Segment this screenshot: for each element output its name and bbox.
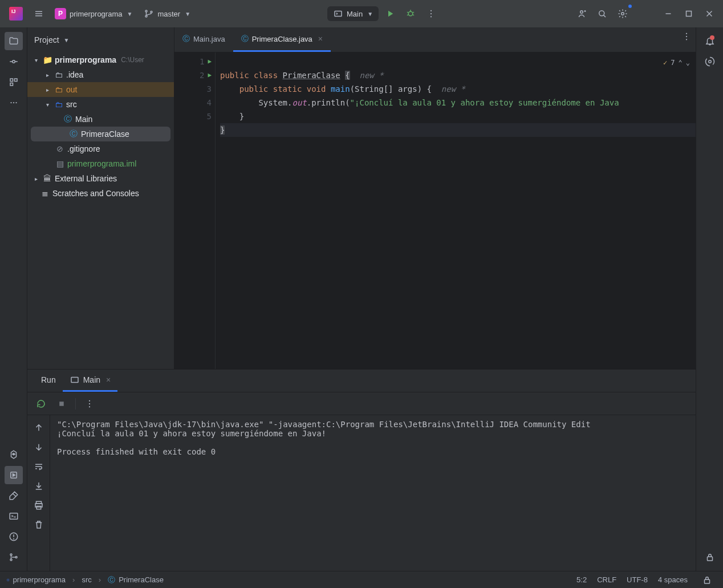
file-encoding[interactable]: UTF-8 <box>627 575 648 584</box>
svg-point-13 <box>430 10 432 11</box>
rerun-button[interactable] <box>32 395 50 413</box>
vcs-tool-icon[interactable] <box>5 548 23 566</box>
run-panel: Run Main × <box>27 370 696 571</box>
gutter-run-icon[interactable]: ▶ <box>208 55 212 68</box>
soft-wrap-icon[interactable] <box>30 457 48 476</box>
more-tool-icon[interactable] <box>5 94 23 112</box>
svg-point-42 <box>10 554 12 555</box>
warning-check-icon: ✓ <box>663 56 667 70</box>
scroll-up-icon[interactable] <box>30 419 48 437</box>
services-tool-icon[interactable] <box>5 445 23 464</box>
chevron-down-icon: ▼ <box>185 11 190 17</box>
tree-file-gitignore[interactable]: ⊘ .gitignore <box>27 141 174 156</box>
svg-rect-31 <box>10 83 13 86</box>
svg-marker-36 <box>12 453 15 455</box>
structure-tool-icon[interactable] <box>5 73 23 91</box>
statusbar: ▫ primerprograma › src › Ⓒ PrimeraClase … <box>0 571 723 588</box>
close-tab-icon[interactable]: × <box>106 375 111 384</box>
git-branch-switcher[interactable]: master ▼ <box>139 6 195 21</box>
settings-icon[interactable] <box>614 5 632 23</box>
svg-point-44 <box>15 557 17 558</box>
close-icon[interactable] <box>700 5 718 23</box>
project-panel-title: Project <box>34 35 59 44</box>
svg-point-26 <box>12 60 15 63</box>
chevron-down-icon: ⌄ <box>686 56 690 70</box>
scroll-down-icon[interactable] <box>30 438 48 456</box>
tree-file-primera[interactable]: Ⓒ PrimeraClase <box>31 127 170 141</box>
chevron-down-icon: ▼ <box>127 11 132 17</box>
maximize-icon[interactable] <box>680 5 698 23</box>
build-tool-icon[interactable] <box>5 486 23 505</box>
tree-file-main[interactable]: Ⓒ Main <box>27 112 174 127</box>
tree-folder-out[interactable]: ▸🗀 out <box>27 82 174 97</box>
run-tabs: Run Main × <box>27 370 696 392</box>
svg-point-32 <box>10 102 11 103</box>
lock-icon[interactable] <box>701 548 719 566</box>
project-tool-icon[interactable] <box>5 32 23 50</box>
java-class-icon: Ⓒ <box>241 34 249 44</box>
svg-line-12 <box>413 15 414 16</box>
ai-assistant-icon[interactable] <box>701 52 719 71</box>
console-output[interactable]: "C:\Program Files\Java\jdk-17\bin\java.e… <box>50 415 696 571</box>
run-label: Run <box>34 370 63 392</box>
svg-point-3 <box>145 10 147 12</box>
tree-scratches[interactable]: ≣ Scratches and Consoles <box>27 186 174 201</box>
tab-primera-java[interactable]: Ⓒ PrimeraClase.java × <box>233 27 331 52</box>
project-panel: Project ▼ ▾ 📁 primerprograma C:\User ▸🗀 … <box>27 27 174 369</box>
svg-point-51 <box>89 403 90 404</box>
svg-point-5 <box>151 11 152 13</box>
commit-tool-icon[interactable] <box>5 52 23 71</box>
svg-line-20 <box>604 15 606 17</box>
line-separator[interactable]: CRLF <box>597 575 616 584</box>
editor-body[interactable]: 1 ▶ 2 ▶ 3 4 5 public class PrimeraClase … <box>174 52 696 369</box>
editor-tabs: Ⓒ Main.java Ⓒ PrimeraClase.java × <box>174 27 696 52</box>
svg-point-14 <box>430 13 432 14</box>
editor-more-icon[interactable] <box>677 27 696 46</box>
run-more-icon[interactable] <box>80 395 99 413</box>
svg-rect-49 <box>59 402 64 406</box>
breadcrumb[interactable]: ▫ primerprograma › src › Ⓒ PrimeraClase <box>7 575 164 585</box>
search-icon[interactable] <box>593 5 611 23</box>
terminal-tool-icon[interactable] <box>5 507 23 525</box>
close-tab-icon[interactable]: × <box>318 34 323 43</box>
scroll-to-end-icon[interactable] <box>30 477 48 495</box>
run-sidebar <box>27 415 50 571</box>
code-with-me-icon[interactable] <box>572 5 591 23</box>
svg-line-10 <box>413 12 414 13</box>
chevron-down-icon: ▼ <box>64 37 70 43</box>
gutter-run-icon[interactable]: ▶ <box>208 68 212 82</box>
tree-folder-idea[interactable]: ▸🗀 .idea <box>27 67 174 82</box>
run-tab-main[interactable]: Main × <box>63 370 118 392</box>
tree-external-libs[interactable]: ▸🏛 External Libraries <box>27 171 174 186</box>
project-switcher[interactable]: P primerprograma ▼ <box>50 6 137 22</box>
stop-button[interactable] <box>52 395 71 413</box>
svg-point-7 <box>408 11 413 16</box>
java-class-icon: Ⓒ <box>182 34 190 44</box>
minimize-icon[interactable] <box>659 5 677 23</box>
indent-setting[interactable]: 4 spaces <box>658 575 688 584</box>
run-config-selector[interactable]: Main ▼ <box>327 6 379 21</box>
clear-icon[interactable] <box>30 516 48 534</box>
readonly-lock-icon[interactable] <box>698 571 716 589</box>
svg-point-19 <box>599 11 604 16</box>
svg-point-52 <box>89 406 90 407</box>
more-actions-icon[interactable] <box>422 5 440 23</box>
run-tool-icon[interactable] <box>5 466 23 484</box>
tree-file-iml[interactable]: ▤ primerprograma.iml <box>27 156 174 171</box>
svg-rect-23 <box>687 11 692 17</box>
notifications-icon[interactable] <box>701 32 719 50</box>
cursor-position[interactable]: 5:2 <box>576 575 587 584</box>
tree-folder-src[interactable]: ▾🗀 src <box>27 97 174 112</box>
hamburger-icon[interactable] <box>30 5 48 23</box>
debug-button[interactable] <box>401 5 420 23</box>
left-tool-rail <box>0 27 27 571</box>
inspection-widget[interactable]: ✓ 7 ⌃ ⌄ <box>663 56 690 70</box>
code-content[interactable]: public class PrimeraClase { new * public… <box>216 52 696 369</box>
tree-root[interactable]: ▾ 📁 primerprograma C:\User <box>27 52 174 67</box>
problems-tool-icon[interactable] <box>5 528 23 546</box>
tab-main-java[interactable]: Ⓒ Main.java <box>174 27 233 52</box>
run-button[interactable] <box>381 5 399 23</box>
project-panel-header[interactable]: Project ▼ <box>27 27 174 52</box>
print-icon[interactable] <box>30 496 48 514</box>
svg-rect-38 <box>10 513 18 520</box>
